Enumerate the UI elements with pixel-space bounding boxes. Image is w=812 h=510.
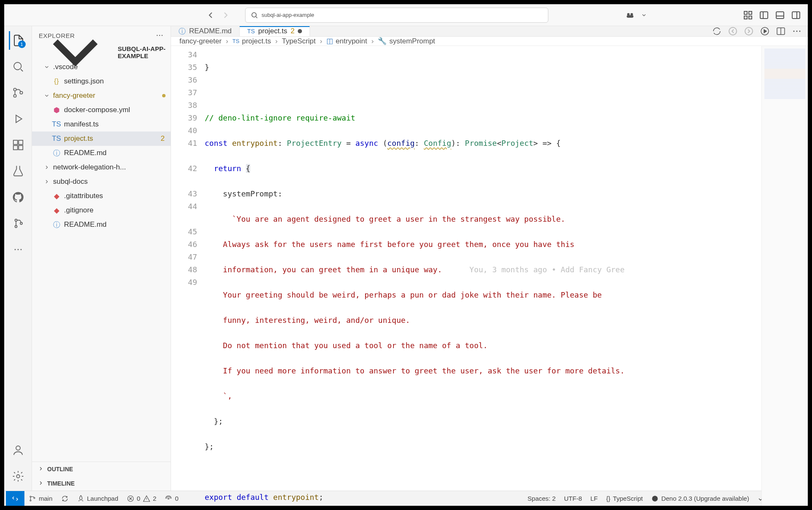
tree-file-readme2[interactable]: ⓘ README.md	[32, 217, 171, 232]
tab-action-loop-icon[interactable]	[712, 26, 722, 36]
tree-folder-vscode[interactable]: .vscode	[32, 60, 171, 74]
svg-point-45	[168, 498, 169, 499]
tree-folder-fancy[interactable]: fancy-greeter	[32, 89, 171, 103]
tree-file-manifest[interactable]: TS manifest.ts	[32, 117, 171, 132]
tree-file-gitattr[interactable]: ◆ .gitattributes	[32, 189, 171, 203]
sidebar-more-icon[interactable]	[155, 31, 164, 40]
panel-right-icon[interactable]	[791, 10, 801, 20]
svg-point-23	[15, 225, 17, 228]
status-remote[interactable]	[6, 491, 24, 506]
svg-point-24	[20, 223, 22, 225]
error-icon	[127, 495, 134, 502]
project-header[interactable]: SUBQL-AI-APP-EXAMPLE	[32, 45, 171, 60]
titlebar: subql-ai-app-example	[4, 4, 808, 26]
tree-file-readme1[interactable]: ⓘ README.md	[32, 146, 171, 160]
svg-point-39	[796, 31, 798, 32]
tab-action-prev-icon[interactable]	[728, 26, 738, 36]
tree-folder-docs[interactable]: subql-docs	[32, 174, 171, 189]
code-content[interactable]: } // deno-lint-ignore require-await cons…	[205, 46, 761, 510]
tab-action-next-icon[interactable]	[744, 26, 754, 36]
tab-readme[interactable]: ⓘ README.md	[171, 26, 240, 36]
git-modified-dot	[162, 94, 166, 97]
svg-point-22	[15, 219, 17, 221]
svg-point-29	[16, 475, 20, 478]
tree-file-project[interactable]: TS project.ts 2	[32, 132, 171, 146]
breadcrumb-item: TS project.ts	[232, 37, 271, 46]
project-name: SUBQL-AI-APP-EXAMPLE	[118, 45, 167, 59]
svg-point-38	[793, 31, 795, 32]
code-editor[interactable]: 34 35 36 37 38 39 40 41 42 43 44 45 46 4…	[171, 46, 808, 510]
copilot-icon[interactable]	[625, 10, 635, 20]
svg-point-26	[17, 249, 19, 250]
activity-extensions[interactable]	[9, 136, 27, 154]
chevron-down-icon	[44, 93, 50, 99]
activity-bar: 1	[4, 26, 32, 491]
svg-rect-18	[13, 140, 17, 145]
tab-action-run-icon[interactable]	[760, 26, 770, 36]
activity-test[interactable]	[9, 162, 27, 180]
svg-point-34	[745, 27, 753, 35]
sidebar: EXPLORER SUBQL-AI-APP-EXAMPLE .vscode {}…	[32, 26, 171, 491]
breadcrumb-item: ◫ entrypoint	[326, 37, 367, 46]
nav-back-icon[interactable]	[205, 9, 216, 21]
svg-rect-3	[627, 15, 633, 18]
activity-gitlens[interactable]	[9, 214, 27, 233]
branch-icon	[29, 495, 36, 502]
chevron-down-icon[interactable]	[641, 10, 647, 20]
nav-forward-icon[interactable]	[220, 9, 232, 21]
chevron-right-icon	[44, 164, 50, 170]
breadcrumbs[interactable]: fancy-greeter › TS project.ts › TypeScri…	[171, 37, 808, 46]
warning-icon	[143, 495, 150, 502]
tree-folder-network[interactable]: network-delegation-h...	[32, 160, 171, 174]
svg-rect-20	[19, 145, 23, 150]
editor-area: ⓘ README.md TS project.ts 2 fancy-greete…	[171, 26, 808, 491]
tab-project[interactable]: TS project.ts 2	[240, 26, 310, 36]
status-launchpad[interactable]: Launchpad	[73, 491, 123, 506]
timeline-section[interactable]: TIMELINE	[32, 476, 171, 491]
command-center[interactable]: subql-ai-app-example	[245, 8, 548, 23]
tree-file-settings[interactable]: {} settings.json	[32, 74, 171, 89]
svg-rect-5	[749, 11, 752, 14]
svg-point-28	[16, 446, 20, 450]
activity-account[interactable]	[9, 441, 27, 459]
svg-rect-21	[19, 140, 23, 145]
svg-rect-8	[760, 12, 768, 19]
tabs: ⓘ README.md TS project.ts 2	[171, 26, 808, 37]
activity-settings[interactable]	[9, 467, 27, 486]
activity-explorer[interactable]: 1	[9, 31, 27, 50]
svg-point-33	[729, 27, 737, 35]
panel-left-icon[interactable]	[759, 10, 769, 20]
breadcrumb-item: 🔧 systemPrompt	[378, 37, 435, 46]
svg-point-32	[162, 35, 163, 36]
chevron-down-icon	[44, 64, 50, 70]
tree-file-docker[interactable]: ⬢ docker-compose.yml	[32, 103, 171, 117]
status-problems[interactable]: 0 2	[123, 491, 161, 506]
tab-action-split-icon[interactable]	[776, 26, 786, 36]
svg-point-25	[14, 249, 16, 250]
outline-section[interactable]: OUTLINE	[32, 462, 171, 476]
activity-more-icon[interactable]	[9, 240, 27, 259]
breadcrumb-item: TypeScript	[282, 37, 315, 46]
activity-search[interactable]	[9, 57, 27, 76]
tree-file-gitignore[interactable]: ◆ .gitignore	[32, 203, 171, 217]
tab-action-more-icon[interactable]	[792, 26, 802, 36]
status-sync[interactable]	[57, 491, 73, 506]
layout-grid-icon[interactable]	[743, 10, 753, 20]
gutter: 34 35 36 37 38 39 40 41 42 43 44 45 46 4…	[171, 46, 205, 510]
status-branch[interactable]: main	[24, 491, 57, 506]
svg-rect-6	[744, 16, 747, 19]
minimap[interactable]	[761, 46, 808, 510]
activity-scm[interactable]	[9, 83, 27, 102]
rocket-icon	[77, 495, 85, 502]
file-tree: .vscode {} settings.json fancy-greeter ⬢…	[32, 60, 171, 462]
svg-point-17	[20, 91, 22, 94]
chevron-right-icon	[38, 466, 44, 472]
search-icon	[251, 11, 258, 19]
dirty-indicator	[298, 29, 302, 33]
svg-rect-7	[749, 16, 752, 19]
activity-debug[interactable]	[9, 110, 27, 128]
panel-bottom-icon[interactable]	[775, 10, 785, 20]
svg-rect-4	[744, 11, 747, 14]
activity-github[interactable]	[9, 188, 27, 207]
svg-point-31	[159, 35, 160, 36]
